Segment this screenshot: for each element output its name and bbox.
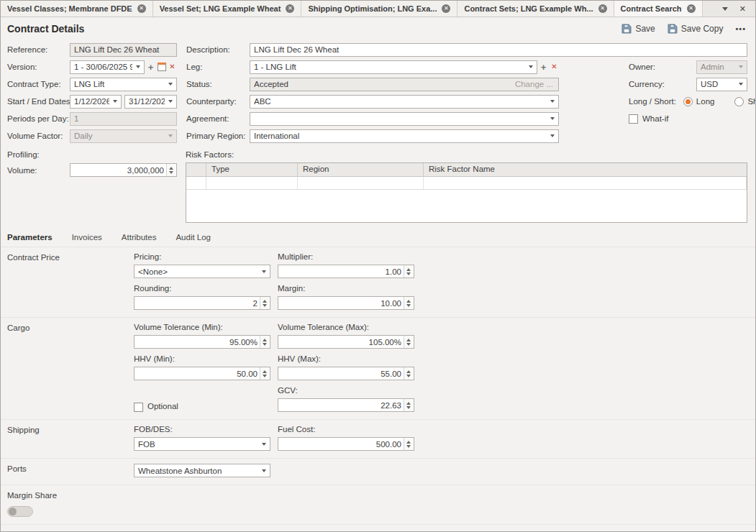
tabbar-controls: ✕	[713, 1, 755, 17]
chevron-down-icon[interactable]	[525, 61, 536, 73]
start-date-picker[interactable]: 1/12/2026	[70, 95, 122, 109]
column-header-region[interactable]: Region	[298, 163, 424, 176]
hhv-min-spinner[interactable]: 50.00	[134, 367, 270, 380]
primary-region-select[interactable]: International	[250, 129, 559, 143]
rounding-spinner[interactable]: 2	[134, 296, 270, 310]
hhv-max-spinner[interactable]: 55.00	[278, 367, 414, 380]
optional-checkbox-row: Optional	[134, 402, 270, 412]
long-radio[interactable]: Long	[683, 97, 715, 106]
agreement-select[interactable]	[250, 112, 559, 126]
spin-buttons[interactable]	[260, 367, 269, 380]
table-row[interactable]	[186, 177, 747, 190]
save-button[interactable]: Save	[621, 24, 655, 34]
spin-buttons[interactable]	[404, 336, 413, 348]
tab-vessel-set[interactable]: Vessel Set; LNG Example Wheat ✕	[153, 1, 302, 17]
currency-label: Currency:	[629, 80, 696, 88]
section-title: Matching	[7, 531, 134, 531]
tab-invoices[interactable]: Invoices	[72, 233, 102, 242]
section-title: Ports	[7, 464, 134, 477]
more-options-button[interactable]: •••	[735, 24, 746, 33]
tab-contract-sets[interactable]: Contract Sets; LNG Example Wh... ✕	[457, 1, 614, 17]
risk-factors-table[interactable]: Type Region Risk Factor Name	[186, 162, 747, 223]
table-cell	[424, 177, 747, 189]
spin-buttons[interactable]	[404, 399, 413, 411]
spin-buttons[interactable]	[404, 265, 413, 278]
spin-buttons[interactable]	[404, 438, 413, 450]
close-icon[interactable]: ✕	[687, 4, 696, 13]
volume-tolerance-max-spinner[interactable]: 105.00%	[278, 335, 414, 349]
primary-region-label: Primary Region:	[186, 132, 250, 140]
spin-buttons[interactable]	[166, 164, 176, 176]
chevron-down-icon[interactable]	[258, 438, 269, 450]
close-icon[interactable]: ✕	[598, 4, 607, 13]
fob-des-value: FOB	[138, 440, 258, 449]
end-date-picker[interactable]: 31/12/2026	[124, 95, 177, 109]
calendar-icon[interactable]	[158, 63, 166, 71]
tab-parameters[interactable]: Parameters	[7, 233, 53, 242]
tab-contract-search[interactable]: Contract Search ✕	[614, 1, 703, 17]
margin-share-toggle[interactable]	[7, 506, 33, 517]
chevron-down-icon[interactable]	[258, 265, 269, 278]
chevron-down-icon[interactable]	[547, 113, 557, 125]
column-header-type[interactable]: Type	[206, 163, 298, 176]
contract-type-select[interactable]: LNG Lift	[70, 78, 177, 91]
margin-spinner[interactable]: 10.00	[278, 296, 414, 310]
add-leg-button[interactable]: +	[539, 63, 548, 72]
chevron-down-icon[interactable]	[132, 61, 143, 73]
spin-buttons[interactable]	[260, 297, 269, 309]
volume-spinner[interactable]: 3,000,000	[70, 163, 177, 177]
gcv-spinner[interactable]: 22.63	[278, 398, 414, 412]
table-cell	[206, 177, 298, 189]
multiplier-spinner[interactable]: 1.00	[278, 265, 414, 278]
status-change-button[interactable]: Change ...	[515, 80, 557, 88]
save-copy-button[interactable]: Save Copy	[668, 24, 724, 34]
short-radio[interactable]: Short	[734, 97, 756, 106]
delete-version-button[interactable]: ✕	[168, 63, 177, 70]
pricing-select[interactable]: <None>	[134, 265, 270, 278]
tab-vessel-classes[interactable]: Vessel Classes; Membrane DFDE ✕	[1, 1, 153, 17]
chevron-down-icon[interactable]	[165, 78, 176, 91]
chevron-down-icon[interactable]	[722, 7, 728, 11]
form-row: Volume Factor: Daily Primary Region: Int…	[7, 127, 747, 145]
currency-select[interactable]: USD	[696, 78, 747, 91]
ports-select[interactable]: Wheatstone Ashburton	[134, 464, 270, 477]
volume-factor-select: Daily	[70, 129, 177, 143]
spin-buttons[interactable]	[404, 297, 413, 309]
spin-buttons[interactable]	[260, 336, 269, 348]
fuel-cost-spinner[interactable]: 500.00	[278, 437, 414, 451]
fob-des-select[interactable]: FOB	[134, 437, 270, 451]
chevron-down-icon[interactable]	[165, 96, 176, 108]
start-date-value: 1/12/2026	[74, 97, 109, 106]
tab-label: Vessel Set; LNG Example Wheat	[160, 4, 281, 13]
chevron-down-icon[interactable]	[735, 78, 746, 91]
delete-leg-button[interactable]: ✕	[550, 63, 559, 70]
detail-tabstrip: Parameters Invoices Attributes Audit Log	[1, 223, 755, 247]
column-header-risk-factor-name[interactable]: Risk Factor Name	[424, 163, 747, 176]
close-icon[interactable]: ✕	[286, 4, 294, 13]
chevron-down-icon[interactable]	[258, 464, 269, 477]
version-select[interactable]: 1 - 30/06/2025 9:5...	[70, 60, 145, 74]
margin-label: Margin:	[278, 284, 414, 294]
description-field[interactable]: LNG Lift Dec 26 Wheat	[250, 43, 747, 57]
counterparty-select[interactable]: ABC	[250, 95, 559, 109]
volume-tolerance-min-spinner[interactable]: 95.00%	[134, 335, 270, 349]
risk-factors-label: Risk Factors:	[186, 150, 747, 161]
close-icon[interactable]: ✕	[739, 5, 746, 13]
tab-attributes[interactable]: Attributes	[122, 233, 157, 242]
leg-select[interactable]: 1 - LNG Lift	[250, 60, 537, 74]
tab-shipping-optimisation[interactable]: Shipping Optimisation; LNG Exa... ✕	[301, 1, 457, 17]
close-icon[interactable]: ✕	[442, 4, 450, 13]
chevron-down-icon[interactable]	[109, 96, 120, 108]
add-version-button[interactable]: +	[146, 63, 155, 72]
chevron-down-icon[interactable]	[547, 96, 557, 108]
optional-checkbox[interactable]	[134, 403, 143, 412]
contract-form: Reference: LNG Lift Dec 26 Wheat Descrip…	[1, 40, 755, 145]
chevron-down-icon[interactable]	[547, 130, 557, 142]
whatif-checkbox[interactable]	[629, 114, 638, 124]
tab-audit-log[interactable]: Audit Log	[176, 233, 211, 242]
spin-buttons[interactable]	[404, 367, 413, 380]
volume-factor-label: Volume Factor:	[7, 132, 70, 140]
owner-select[interactable]: Admin	[696, 60, 747, 74]
reference-field[interactable]: LNG Lift Dec 26 Wheat	[70, 43, 177, 57]
close-icon[interactable]: ✕	[137, 4, 146, 13]
